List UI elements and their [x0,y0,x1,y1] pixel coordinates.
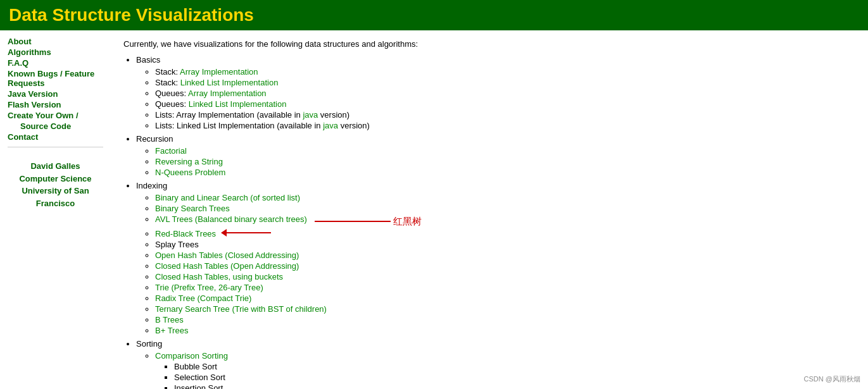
arrow-head-icon [221,229,227,237]
list-item: Open Hash Tables (Closed Addressing) [155,250,855,260]
section-basics-title: Basics [136,55,160,65]
list-item: Lists: Array Implementation (available i… [155,110,855,120]
reversing-string-link[interactable]: Reversing a String [155,157,223,166]
list-item: Reversing a String [155,157,855,166]
list-item: Comparison Sorting Bubble Sort Selection… [155,351,855,390]
list-item: Bubble Sort [174,362,855,371]
list-item: B+ Trees [155,326,855,335]
list-item: Binary Search Trees [155,204,855,213]
factorial-link[interactable]: Factorial [155,146,187,156]
recursion-items: Factorial Reversing a String N-Queens Pr… [136,146,855,177]
list-item: Lists: Linked List Implementation (avail… [155,121,855,130]
section-basics: Basics Stack: Array Implementation Stack… [136,55,855,130]
sidebar-item-flash[interactable]: Flash Version [8,100,103,109]
section-recursion: Recursion Factorial Reversing a String N… [136,134,855,177]
sidebar-item-bugs[interactable]: Known Bugs / Feature Requests [8,69,103,88]
list-item: Insertion Sort [174,383,855,390]
intro-text: Currently, we have visualizations for th… [123,39,855,49]
indexing-items: Binary and Linear Search (of sorted list… [136,193,855,335]
sidebar: About Algorithms F.A.Q Known Bugs / Feat… [0,30,111,389]
section-recursion-title: Recursion [136,134,173,144]
basics-items: Stack: Array Implementation Stack: Linke… [136,67,855,130]
trie-link[interactable]: Trie (Prefix Tree, 26-ary Tree) [155,283,263,292]
list-item: Binary and Linear Search (of sorted list… [155,193,855,202]
sidebar-item-algorithms[interactable]: Algorithms [8,47,103,57]
nqueens-link[interactable]: N-Queens Problem [155,168,225,177]
list-item: Splay Trees [155,240,855,249]
bplus-trees-link[interactable]: B+ Trees [155,326,188,335]
section-indexing-title: Indexing [136,181,167,190]
sidebar-item-source[interactable]: Source Code [8,121,103,131]
watermark: CSDN @风雨秋烟 [804,374,860,384]
closed-hash-buckets-link[interactable]: Closed Hash Tables, using buckets [155,272,283,281]
sidebar-item-contact[interactable]: Contact [8,132,103,142]
binary-search-trees-link[interactable]: Binary Search Trees [155,204,230,213]
author-dept: Computer Science [8,173,103,185]
list-item: Factorial [155,146,855,156]
list-item: Selection Sort [174,373,855,382]
author-info: David Galles Computer Science University… [8,160,103,209]
avl-trees-link[interactable]: AVL Trees (Balanced binary search trees) [155,214,307,224]
sections-list: Basics Stack: Array Implementation Stack… [123,55,855,389]
section-indexing: Indexing Binary and Linear Search (of so… [136,181,855,335]
arrow-body [227,232,271,233]
annotation-label: 红黑树 [393,216,422,228]
stack-array-link[interactable]: Array Implementation [180,67,258,77]
ternary-search-link[interactable]: Ternary Search Tree (Trie with BST of ch… [155,304,327,314]
b-trees-link[interactable]: B Trees [155,315,184,324]
queues-linked-link[interactable]: Linked List Implementation [189,99,287,109]
sidebar-item-about[interactable]: About [8,37,103,46]
avl-annotation: 红黑树 [315,216,422,228]
red-arrow-indicator [221,229,271,237]
list-item: B Trees [155,315,855,324]
list-item: Stack: Array Implementation [155,67,855,77]
sorting-items: Comparison Sorting Bubble Sort Selection… [136,351,855,390]
list-item: Ternary Search Tree (Trie with BST of ch… [155,304,855,314]
closed-hash-link[interactable]: Closed Hash Tables (Open Addressing) [155,261,299,271]
open-hash-link[interactable]: Open Hash Tables (Closed Addressing) [155,250,299,260]
arrow-line [315,221,391,222]
page-title: Data Structure Visualizations [9,5,859,25]
binary-linear-search-link[interactable]: Binary and Linear Search (of sorted list… [155,193,300,202]
radix-tree-link[interactable]: Radix Tree (Compact Trie) [155,293,251,303]
author-uni: University of San [8,185,103,197]
section-sorting: Sorting Comparison Sorting Bubble Sort S… [136,339,855,390]
main-content: Currently, we have visualizations for th… [111,30,868,389]
list-item: Queues: Array Implementation [155,89,855,98]
list-item: AVL Trees (Balanced binary search trees)… [155,214,855,228]
comparison-sorting-link[interactable]: Comparison Sorting [155,351,228,361]
sorting-subitems: Bubble Sort Selection Sort Insertion Sor… [155,362,855,390]
list-item: Queues: Linked List Implementation [155,99,855,109]
lists-array-java-link[interactable]: java [303,110,318,120]
lists-linked-java-link[interactable]: java [323,121,338,130]
stack-linked-link[interactable]: Linked List Implementation [180,78,279,87]
list-item: Radix Tree (Compact Trie) [155,293,855,303]
list-item-red-black: Red-Black Trees [155,229,855,238]
section-sorting-title: Sorting [136,339,162,349]
sidebar-item-faq[interactable]: F.A.Q [8,58,103,68]
author-name: David Galles [8,160,103,173]
list-item: Closed Hash Tables, using buckets [155,272,855,281]
list-item: Closed Hash Tables (Open Addressing) [155,261,855,271]
author-city: Francisco [8,197,103,210]
red-black-trees-link[interactable]: Red-Black Trees [155,229,216,238]
sidebar-item-create[interactable]: Create Your Own / [8,111,103,120]
list-item: Trie (Prefix Tree, 26-ary Tree) [155,283,855,292]
page-header: Data Structure Visualizations [0,0,868,30]
list-item: N-Queens Problem [155,168,855,177]
queues-array-link[interactable]: Array Implementation [188,89,267,98]
list-item: Stack: Linked List Implementation [155,78,855,87]
sidebar-item-java[interactable]: Java Version [8,89,103,99]
